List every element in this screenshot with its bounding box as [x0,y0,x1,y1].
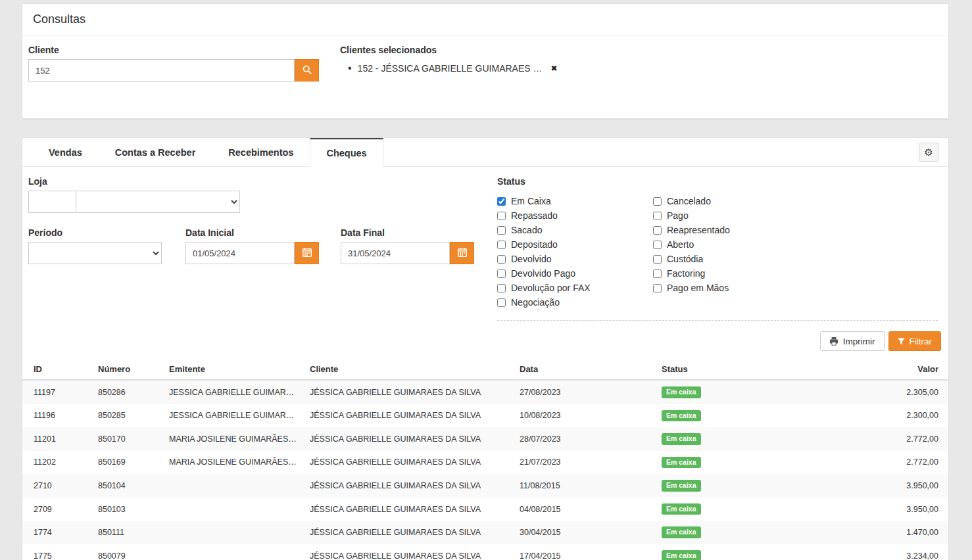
cheques-panel: VendasContas a ReceberRecebimentosCheque… [22,137,949,560]
tab-contas-a-receber[interactable]: Contas a Receber [99,138,212,167]
status-option-pago-em-maos[interactable]: Pago em Mãos [653,281,730,295]
checkbox-factoring[interactable] [653,269,662,278]
checkbox-pago-em-maos[interactable] [653,284,662,292]
checkbox-depositado[interactable] [497,241,506,249]
data-final-input[interactable] [341,242,450,264]
calendar-icon [458,248,467,259]
status-option-em-caixa[interactable]: Em Caixa [497,194,653,208]
cell-id: 1774 [22,521,91,544]
loja-label: Loja [28,176,497,187]
checkbox-label: Factoring [667,268,705,279]
table-row[interactable]: 11197850286JESSICA GABRIELLE GUIMARAES D… [22,380,948,404]
status-option-cancelado[interactable]: Cancelado [653,194,730,208]
cell-cliente: JÉSSICA GABRIELLE GUIMARAES DA SILVA [303,474,513,498]
cell-emitente [162,521,303,544]
checkbox-aberto[interactable] [653,241,662,249]
cell-data: 21/07/2023 [513,451,655,475]
imprimir-button[interactable]: Imprimir [820,331,885,351]
cell-id: 11196 [22,404,91,428]
status-badge: Em caixa [662,433,701,445]
cliente-search-block: Cliente [28,45,319,82]
table-row[interactable]: 2710850104JÉSSICA GABRIELLE GUIMARAES DA… [22,474,948,498]
table-header-row: IDNúmeroEmitenteClienteDataStatusValor [22,359,948,380]
checkbox-cancelado[interactable] [653,197,662,206]
cell-valor: 2.305,00 [787,380,948,404]
checkbox-label: Reapresentado [667,225,730,235]
table-row[interactable]: 1775850079JÉSSICA GABRIELLE GUIMARAES DA… [22,544,948,560]
checkbox-custodia[interactable] [653,255,662,264]
cell-valor: 3.950,00 [787,498,948,521]
settings-button[interactable]: ⚙ [919,143,938,162]
checkbox-negociacao[interactable] [497,298,506,307]
column-header-valor: Valor [787,359,948,380]
status-option-devolucao-por-fax[interactable]: Devolução por FAX [497,281,653,295]
periodo-label: Período [28,227,162,238]
cell-emitente: JESSICA GABRIELLE GUIMARAES D… [162,404,303,428]
cell-status: Em caixa [655,544,787,560]
cell-numero: 850103 [91,498,162,521]
clientes-selecionados-label: Clientes selecionados [340,45,558,55]
status-option-custodia[interactable]: Custódia [653,252,730,266]
status-option-devolvido[interactable]: Devolvido [497,252,653,266]
checkbox-devolucao-por-fax[interactable] [497,284,506,292]
cell-status: Em caixa [655,380,787,404]
status-option-reapresentado[interactable]: Reapresentado [653,223,730,237]
table-row[interactable]: 11201850170MARIA JOSILENE GUIMARÃES SILV… [22,427,948,451]
status-option-sacado[interactable]: Sacado [497,223,653,237]
status-badge: Em caixa [662,480,701,492]
cell-emitente [162,544,303,560]
checkbox-pago[interactable] [653,212,662,220]
loja-select[interactable] [76,191,240,213]
column-header-data: Data [513,359,655,380]
tab-vendas[interactable]: Vendas [32,138,99,167]
status-option-factoring[interactable]: Factoring [653,266,730,281]
cheques-table-body: 11197850286JESSICA GABRIELLE GUIMARAES D… [22,380,948,560]
cell-status: Em caixa [655,427,787,451]
data-inicial-input[interactable] [185,242,295,264]
status-badge: Em caixa [662,503,701,515]
checkbox-repassado[interactable] [497,212,506,220]
tab-recebimentos[interactable]: Recebimentos [212,138,310,167]
status-badge: Em caixa [662,526,701,538]
filter-left: Loja Período Data Inicial [28,176,497,321]
cell-valor: 1.470,00 [787,521,948,544]
cell-valor: 2.300,00 [787,404,948,428]
data-final-calendar-button[interactable] [450,242,474,264]
loja-code-input[interactable] [28,191,76,213]
table-row[interactable]: 11202850169MARIA JOSILENE GUIMARÃES SILV… [22,451,948,475]
status-option-repassado[interactable]: Repassado [497,208,653,223]
tab-cheques[interactable]: Cheques [310,138,383,167]
remove-client-icon[interactable]: ✖ [550,64,557,73]
checkbox-reapresentado[interactable] [653,226,662,235]
cell-numero: 850111 [91,521,162,544]
table-row[interactable]: 1774850111JÉSSICA GABRIELLE GUIMARAES DA… [22,521,948,544]
checkbox-devolvido[interactable] [497,255,506,264]
checkbox-sacado[interactable] [497,226,506,235]
filter-icon [898,338,905,345]
data-inicial-calendar-button[interactable] [295,242,319,264]
status-option-negociacao[interactable]: Negociação [497,295,653,310]
filtrar-button[interactable]: Filtrar [888,331,942,351]
data-final-label: Data Final [341,227,474,238]
tab-bar: VendasContas a ReceberRecebimentosCheque… [22,138,948,167]
status-option-depositado[interactable]: Depositado [497,237,653,252]
checkbox-label: Devolvido Pago [511,268,575,279]
table-row[interactable]: 11196850285JESSICA GABRIELLE GUIMARAES D… [22,404,948,428]
cliente-search-input[interactable] [28,59,295,82]
status-option-pago[interactable]: Pago [653,208,730,223]
cliente-search-button[interactable] [295,59,319,82]
status-option-aberto[interactable]: Aberto [653,237,730,252]
periodo-select[interactable] [28,242,162,264]
status-option-devolvido-pago[interactable]: Devolvido Pago [497,266,653,281]
checkbox-label: Depositado [511,239,558,250]
status-label: Status [497,176,938,187]
checkbox-em-caixa[interactable] [497,197,506,206]
tabs: VendasContas a ReceberRecebimentosCheque… [32,138,383,166]
checkbox-devolvido-pago[interactable] [497,269,506,278]
status-badge: Em caixa [662,550,701,560]
cell-cliente: JÉSSICA GABRIELLE GUIMARAES DA SILVA [303,427,513,451]
cell-id: 11202 [22,451,91,475]
table-row[interactable]: 2709850103JÉSSICA GABRIELLE GUIMARAES DA… [22,498,948,521]
cell-numero: 850170 [91,427,162,451]
cell-numero: 850079 [91,544,162,560]
